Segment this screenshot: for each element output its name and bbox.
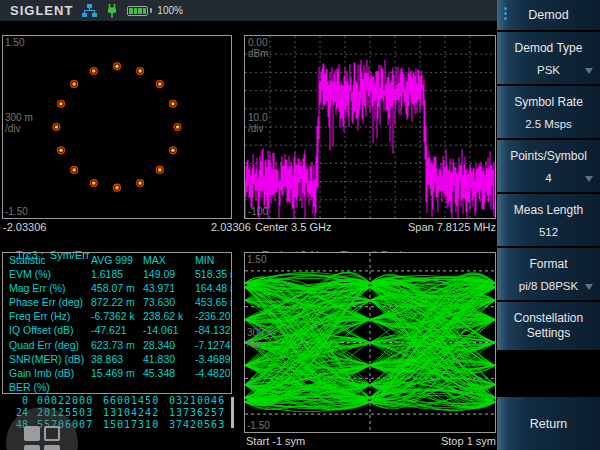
eye-min-label: -1.50 (247, 420, 270, 431)
softkey-menu: Demod Demod TypePSK Symbol Rate2.5 Msps … (497, 0, 600, 450)
stats-row: EVM (%)1.6185149.09518.35 m (3, 267, 231, 281)
stats-row: StatisticAVG 999MAXMIN (3, 253, 231, 267)
eye-div-label: 300 m/div (247, 327, 275, 349)
quick-menu-tile-icon (24, 445, 40, 450)
quick-menu-tile-icon (44, 445, 60, 450)
status-bar: SIGLENT 100% (0, 0, 497, 21)
softkey-constellation-settings[interactable]: Constellation Settings (497, 302, 600, 350)
stats-row: Freq Err (Hz)-6.7362 k238.62 k-236.20 k (3, 309, 231, 323)
battery-icon: 100% (127, 5, 183, 16)
dropdown-caret-icon (585, 68, 593, 74)
eye-start-label: Start -1 sym (246, 435, 305, 447)
stats-row: SNR(MER) (dB)38.86341.830-3.4689 (3, 352, 231, 366)
const-xmin-label: -2.03306 (3, 221, 46, 233)
menu-handle-icon (504, 7, 507, 20)
eye-ref-label: 1.50 (247, 254, 266, 265)
softkey-symbol-rate[interactable]: Symbol Rate2.5 Msps (497, 86, 600, 138)
center-freq-label: Center 3.5 GHz (255, 221, 331, 233)
power-plug-icon (106, 4, 118, 18)
quick-menu-tile-icon (24, 426, 40, 441)
spec-div-label: 10.0/div (248, 112, 267, 134)
stats-row: Gain Imb (dB)15.469 m45.348-4.4820 (3, 366, 231, 380)
siglent-logo: SIGLENT (10, 3, 73, 18)
const-xmax-label: 2.03306 (211, 221, 251, 233)
spec-floor-label: -100 (248, 206, 268, 217)
softkey-meas-length[interactable]: Meas Length512 (497, 194, 600, 246)
eye-stop-label: Stop 1 sym (441, 435, 496, 447)
spec-ref-label: 0.00dBm (248, 37, 269, 59)
stats-row: Phase Err (deg)872.22 m73.630453.65 m (3, 295, 231, 309)
stats-row: Quad Err (deg)623.73 m28.340-7.1274 (3, 338, 231, 352)
const-div-label: 300 m/div (5, 112, 33, 134)
return-button[interactable]: Return (497, 397, 600, 450)
const-min-label: -1.50 (5, 206, 28, 217)
span-label: Span 7.8125 MHz (408, 221, 496, 233)
instrument-screen: SIGLENT 100% Trc1 : IQ Meas Time (Const)… (0, 0, 600, 450)
menu-header-demod[interactable]: Demod (497, 0, 600, 30)
symbol-error-table: StatisticAVG 999MAXMINEVM (%)1.6185149.0… (2, 252, 232, 394)
softkey-format[interactable]: Formatpi/8 D8PSK (497, 248, 600, 300)
stats-row: IQ Offset (dB)-47.621-14.061-84.132 (3, 323, 231, 337)
stats-row: Mag Err (%)458.07 m43.971164.48 m (3, 281, 231, 295)
const-ref-label: 1.50 (5, 37, 24, 48)
battery-percent: 100% (157, 5, 183, 16)
ber-row: BER (%) (3, 380, 231, 394)
symbol-table-scrollbar[interactable] (231, 397, 234, 428)
dropdown-caret-icon (585, 176, 593, 182)
softkey-demod-type[interactable]: Demod TypePSK (497, 32, 600, 84)
constellation-plot[interactable]: 1.50 300 m/div -1.50 (2, 35, 232, 219)
symbol-row: 0000220006600145003210046 (2, 395, 234, 407)
lan-icon (82, 4, 97, 17)
stats-rows: StatisticAVG 999MAXMINEVM (%)1.6185149.0… (3, 253, 231, 380)
spectrum-plot[interactable]: 0.00dBm 10.0/div -100 (244, 35, 496, 219)
softkey-points-per-symbol[interactable]: Points/Symbol4 (497, 140, 600, 192)
dropdown-caret-icon (585, 284, 593, 290)
quick-menu-tile-icon (44, 426, 60, 441)
eye-diagram-plot[interactable]: 1.50 300 m/div -1.50 (244, 252, 496, 433)
